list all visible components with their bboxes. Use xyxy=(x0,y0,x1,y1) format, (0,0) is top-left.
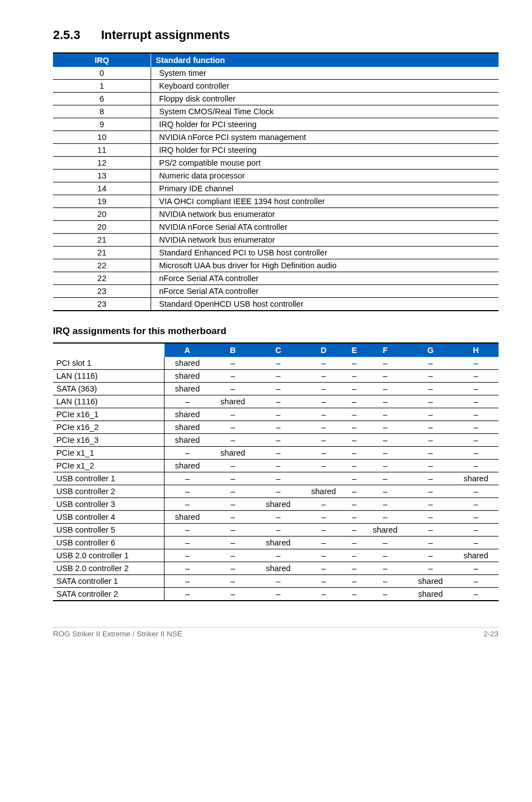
table-row: 6Floppy disk controller xyxy=(53,93,499,105)
assignment-cell: – xyxy=(210,421,255,434)
assignment-cell: – xyxy=(362,588,408,601)
assignment-cell: shared xyxy=(165,511,210,524)
assignment-cell: shared xyxy=(255,537,301,549)
device-cell: USB controller 6 xyxy=(53,537,165,549)
assignment-cell: – xyxy=(453,537,499,549)
assignment-cell: – xyxy=(165,575,210,588)
assignment-cell: – xyxy=(165,537,210,549)
assignment-cell: – xyxy=(255,524,301,537)
function-cell: Primary IDE channel xyxy=(151,182,499,195)
table-row: 12PS/2 compatible mouse port xyxy=(53,157,499,170)
assignment-cell: – xyxy=(301,357,346,370)
assignment-cell: – xyxy=(255,395,301,408)
assignment-cell: – xyxy=(453,588,499,601)
function-cell: nForce Serial ATA controller xyxy=(151,285,499,298)
assignment-cell: – xyxy=(453,408,499,421)
table-row: 20NVIDIA nForce Serial ATA controller xyxy=(53,221,499,234)
table-row: 21NVIDIA network bus enumerator xyxy=(53,234,499,247)
assignment-cell: – xyxy=(346,511,362,524)
assignment-cell: shared xyxy=(453,549,499,562)
assignment-cell: – xyxy=(301,370,346,383)
device-cell: LAN (1116) xyxy=(53,370,165,383)
device-cell: SATA controller 1 xyxy=(53,575,165,588)
irq-cell: 11 xyxy=(53,144,151,157)
assignment-cell: – xyxy=(453,575,499,588)
column-header: B xyxy=(210,343,255,357)
device-cell: USB controller 1 xyxy=(53,472,165,485)
assignment-cell: – xyxy=(210,434,255,447)
assignment-cell: – xyxy=(301,588,346,601)
irq-cell: 9 xyxy=(53,118,151,131)
assignment-cell: – xyxy=(210,511,255,524)
irq-cell: 21 xyxy=(53,247,151,259)
assignment-cell: shared xyxy=(210,395,255,408)
function-cell: Keyboard controller xyxy=(151,80,499,93)
assignment-cell: – xyxy=(346,460,362,472)
irq-header: IRQ xyxy=(53,53,151,67)
assignment-cell: – xyxy=(301,562,346,575)
irq-cell: 23 xyxy=(53,298,151,311)
irq-cell: 1 xyxy=(53,80,151,93)
table-row: USB controller 1––––––shared xyxy=(53,472,499,485)
irq-cell: 23 xyxy=(53,285,151,298)
assignment-cell: – xyxy=(346,408,362,421)
section-heading: 2.5.3 Interrupt assignments xyxy=(53,28,499,42)
device-cell: USB controller 2 xyxy=(53,485,165,498)
function-cell: IRQ holder for PCI steering xyxy=(151,118,499,131)
assignment-cell: shared xyxy=(165,460,210,472)
device-header xyxy=(53,343,165,357)
assignment-cell: – xyxy=(453,511,499,524)
assignment-cell: – xyxy=(301,447,346,460)
assignment-cell: – xyxy=(255,434,301,447)
assignment-cell: shared xyxy=(301,485,346,498)
assignment-cell: – xyxy=(301,524,346,537)
assignment-cell: – xyxy=(346,472,362,485)
assignment-cell: – xyxy=(453,357,499,370)
table-row: 22nForce Serial ATA controller xyxy=(53,272,499,285)
table-row: 22Microsoft UAA bus driver for High Defi… xyxy=(53,259,499,272)
assignment-cell: – xyxy=(346,549,362,562)
device-cell: PCIe x16_1 xyxy=(53,408,165,421)
assignment-cell: – xyxy=(362,395,408,408)
assignment-cell: – xyxy=(165,588,210,601)
assignment-cell: – xyxy=(408,511,453,524)
device-cell: USB 2.0 controller 1 xyxy=(53,549,165,562)
assignment-cell: – xyxy=(408,421,453,434)
assignment-cell: – xyxy=(210,370,255,383)
device-cell: PCIe x16_2 xyxy=(53,421,165,434)
table-row: PCIe x16_3shared––––––– xyxy=(53,434,499,447)
assignment-cell: – xyxy=(165,395,210,408)
assignment-cell: – xyxy=(210,357,255,370)
assignment-cell: shared xyxy=(408,588,453,601)
assignment-cell: – xyxy=(408,395,453,408)
table-row: PCIe x1_2shared––––––– xyxy=(53,460,499,472)
assignment-cell: – xyxy=(346,370,362,383)
column-header: F xyxy=(362,343,408,357)
function-cell: NVIDIA network bus enumerator xyxy=(151,234,499,247)
table-row: 1Keyboard controller xyxy=(53,80,499,93)
assignment-cell: – xyxy=(362,575,408,588)
column-header: E xyxy=(346,343,362,357)
assignment-cell: – xyxy=(301,575,346,588)
assignment-cell: – xyxy=(346,562,362,575)
assignment-cell: – xyxy=(255,511,301,524)
assignment-cell: – xyxy=(165,485,210,498)
irq-cell: 19 xyxy=(53,195,151,208)
table-row: USB 2.0 controller 1–––––––shared xyxy=(53,549,499,562)
assignment-cell: – xyxy=(255,549,301,562)
assignment-cell: – xyxy=(408,408,453,421)
device-cell: USB controller 4 xyxy=(53,511,165,524)
table-row: 19VIA OHCI compliant IEEE 1394 host cont… xyxy=(53,195,499,208)
assignment-cell: – xyxy=(255,460,301,472)
assignment-cell: – xyxy=(453,524,499,537)
table-row: USB controller 3––shared––––– xyxy=(53,498,499,511)
assignments-table: ABCDEFGH PCI slot 1shared–––––––LAN (111… xyxy=(53,342,499,601)
assignment-cell: – xyxy=(301,421,346,434)
section-title: Interrupt assignments xyxy=(101,28,230,42)
function-cell: Numeric data processor xyxy=(151,170,499,182)
table-row: SATA (363)shared––––––– xyxy=(53,383,499,395)
function-cell: Standard OpenHCD USB host controller xyxy=(151,298,499,311)
table-row: USB controller 5–––––shared–– xyxy=(53,524,499,537)
assignment-cell: – xyxy=(362,447,408,460)
assignment-cell: – xyxy=(301,498,346,511)
